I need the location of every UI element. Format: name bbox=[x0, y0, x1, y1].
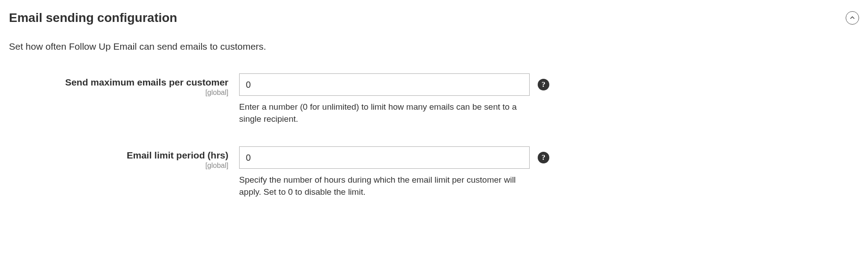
limit-period-label: Email limit period (hrs) bbox=[9, 150, 228, 161]
field-value-column: Enter a number (0 for unlimited) to limi… bbox=[239, 73, 530, 125]
max-emails-note: Enter a number (0 for unlimited) to limi… bbox=[239, 101, 523, 125]
limit-period-input[interactable] bbox=[239, 146, 530, 169]
section-header: Email sending configuration bbox=[9, 11, 859, 25]
section-title: Email sending configuration bbox=[9, 11, 177, 25]
field-label-column: Send maximum emails per customer [global… bbox=[9, 73, 239, 97]
help-icon[interactable]: ? bbox=[538, 152, 549, 163]
collapse-toggle-button[interactable] bbox=[846, 11, 859, 25]
max-emails-input[interactable] bbox=[239, 73, 530, 96]
limit-period-note: Specify the number of hours during which… bbox=[239, 174, 523, 198]
field-value-column: Specify the number of hours during which… bbox=[239, 146, 530, 198]
max-emails-label: Send maximum emails per customer bbox=[9, 77, 228, 88]
field-row-max-emails: Send maximum emails per customer [global… bbox=[9, 73, 859, 125]
field-label-column: Email limit period (hrs) [global] bbox=[9, 146, 239, 170]
help-icon[interactable]: ? bbox=[538, 79, 549, 90]
chevron-up-icon bbox=[849, 15, 855, 21]
max-emails-scope: [global] bbox=[9, 89, 228, 97]
field-row-limit-period: Email limit period (hrs) [global] Specif… bbox=[9, 146, 859, 198]
section-description: Set how often Follow Up Email can send e… bbox=[9, 41, 859, 52]
field-tooltip-column: ? bbox=[538, 146, 549, 163]
limit-period-scope: [global] bbox=[9, 162, 228, 170]
field-tooltip-column: ? bbox=[538, 73, 549, 90]
